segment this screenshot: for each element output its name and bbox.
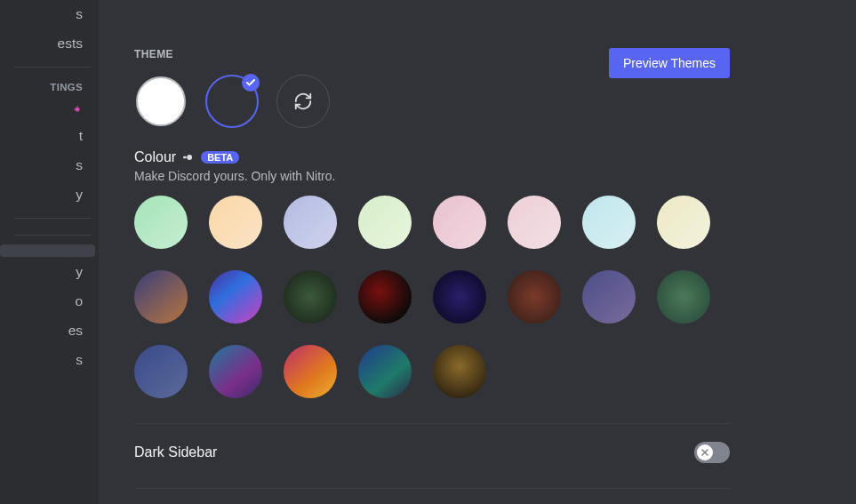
sidebar-item[interactable]: y	[0, 258, 92, 286]
colour-swatch-2[interactable]	[284, 196, 337, 249]
sidebar-item[interactable]: o	[0, 287, 92, 316]
svg-point-1	[187, 155, 192, 160]
theme-option-dark[interactable]	[205, 75, 259, 128]
check-icon	[242, 74, 260, 92]
colour-swatch-grid	[134, 196, 721, 398]
divider	[134, 488, 730, 489]
svg-rect-2	[183, 156, 187, 158]
sidebar-item[interactable]: s	[0, 151, 92, 180]
sync-icon	[293, 92, 313, 111]
colour-swatch-7[interactable]	[657, 196, 710, 249]
colour-swatch-10[interactable]	[284, 270, 337, 324]
colour-swatch-1[interactable]	[209, 196, 262, 249]
divider	[14, 67, 92, 68]
colour-swatch-12[interactable]	[433, 270, 486, 324]
colour-swatch-18[interactable]	[284, 345, 337, 398]
colour-swatch-8[interactable]	[134, 270, 188, 324]
colour-description: Make Discord yours. Only with Nitro.	[134, 169, 730, 183]
colour-swatch-15[interactable]	[657, 270, 710, 324]
colour-swatch-17[interactable]	[209, 345, 262, 398]
main-content: Theme	[99, 0, 856, 504]
sidebar-item[interactable]: es	[0, 316, 92, 345]
colour-swatch-11[interactable]	[358, 270, 412, 324]
colour-title: Colour	[134, 149, 176, 165]
dark-sidebar-label: Dark Sidebar	[134, 444, 217, 460]
colour-swatch-4[interactable]	[433, 196, 486, 249]
divider	[14, 218, 92, 219]
dark-sidebar-toggle[interactable]	[694, 442, 730, 463]
colour-swatch-9[interactable]	[209, 270, 262, 324]
sidebar-section-header: TINGS	[0, 76, 92, 98]
sidebar-item[interactable]: t	[0, 122, 92, 150]
colour-swatch-13[interactable]	[508, 270, 561, 324]
beta-badge: BETA	[201, 151, 239, 164]
theme-header: Theme	[134, 48, 330, 60]
theme-option-light[interactable]	[134, 75, 188, 128]
sidebar-item[interactable]: ests	[0, 29, 92, 58]
close-icon	[700, 447, 710, 458]
divider	[134, 423, 730, 424]
colour-swatch-5[interactable]	[508, 196, 561, 249]
colour-swatch-20[interactable]	[433, 345, 486, 398]
settings-sidebar: s ests TINGS t s y y o es s	[0, 0, 99, 504]
colour-swatch-3[interactable]	[358, 196, 412, 249]
colour-swatch-16[interactable]	[134, 345, 188, 398]
divider	[14, 235, 92, 236]
sidebar-item-nitro[interactable]	[0, 98, 92, 121]
colour-swatch-14[interactable]	[582, 270, 636, 324]
preview-themes-button[interactable]: Preview Themes	[609, 48, 730, 78]
colour-swatch-19[interactable]	[358, 345, 412, 398]
sidebar-item[interactable]: y	[0, 180, 92, 209]
svg-point-0	[76, 108, 80, 112]
sidebar-item[interactable]: s	[0, 0, 92, 28]
nitro-icon	[72, 104, 83, 115]
nitro-icon	[182, 151, 195, 164]
colour-swatch-6[interactable]	[582, 196, 636, 249]
colour-swatch-0[interactable]	[134, 196, 188, 249]
sidebar-item[interactable]: s	[0, 346, 92, 374]
theme-option-sync[interactable]	[276, 75, 330, 128]
sidebar-item-appearance[interactable]	[0, 244, 95, 257]
